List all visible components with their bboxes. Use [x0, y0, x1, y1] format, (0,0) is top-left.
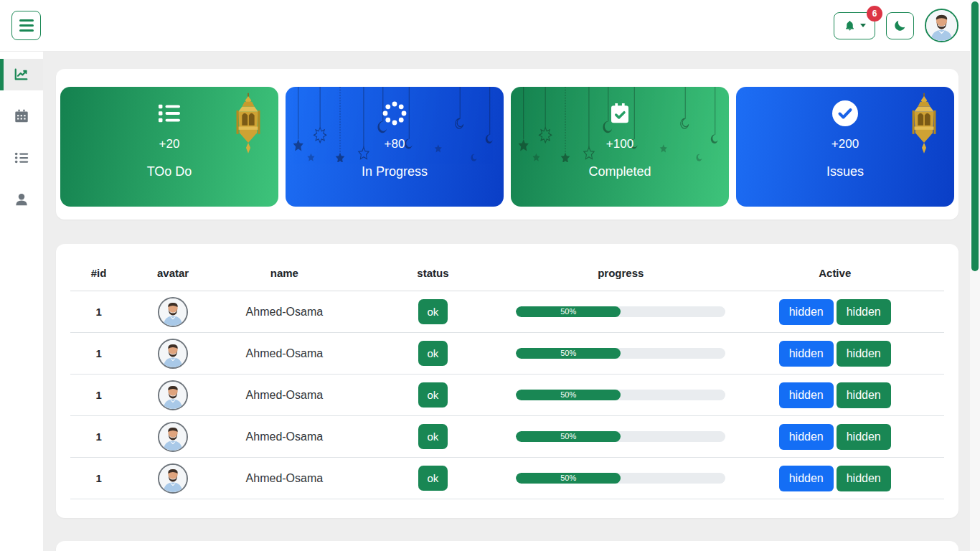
table-header-row: #id avatar name status progress Active: [70, 257, 944, 291]
cell-actions: hidden hidden: [725, 291, 944, 333]
table-row: 1 Ahmed-Osama ok 50% hidden hidden: [70, 416, 944, 458]
row-avatar: [158, 463, 188, 494]
moon-icon: [893, 19, 907, 32]
bell-icon: [844, 19, 856, 32]
navbar: 6: [0, 0, 980, 52]
sidebar-item-analytics[interactable]: [0, 59, 43, 90]
stat-card-todo[interactable]: +20 TOo Do: [60, 87, 278, 207]
main-content: +20 TOo Do: [43, 52, 980, 551]
cell-avatar: [127, 333, 219, 375]
cell-id: 1: [70, 291, 127, 333]
sidebar-item-tasks[interactable]: [0, 142, 43, 174]
row-avatar: [158, 380, 188, 410]
hidden-action-button-2[interactable]: hidden: [837, 424, 891, 450]
stat-card-in-progress[interactable]: +80 In Progress: [286, 87, 504, 207]
hidden-action-button-1[interactable]: hidden: [779, 466, 834, 491]
stat-value: +80: [286, 137, 504, 151]
notifications-button[interactable]: 6: [834, 12, 875, 39]
progress-label: 50%: [560, 433, 576, 441]
hidden-action-button-1[interactable]: hidden: [779, 382, 834, 408]
hidden-action-button-2[interactable]: hidden: [837, 466, 891, 491]
menu-icon: [19, 19, 34, 22]
cell-progress: 50%: [516, 458, 725, 499]
stat-value: +200: [736, 137, 954, 151]
dark-mode-button[interactable]: [886, 12, 914, 39]
progress-bar: 50%: [516, 473, 725, 484]
calendar-icon: [14, 108, 29, 124]
cell-status: ok: [350, 375, 516, 416]
cell-id: 1: [70, 333, 127, 375]
table-body: 1 Ahmed-Osama ok 50% hidden hidden 1 Ah: [70, 291, 944, 499]
tasks-table: #id avatar name status progress Active 1…: [70, 257, 944, 499]
table-row: 1 Ahmed-Osama ok 50% hidden hidden: [70, 333, 944, 375]
hidden-action-button-2[interactable]: hidden: [837, 341, 891, 367]
progress-bar: 50%: [516, 348, 725, 359]
progress-fill: 50%: [516, 431, 621, 442]
cell-name: Ahmed-Osama: [219, 333, 350, 375]
progress-fill: 50%: [516, 390, 621, 400]
progress-bar: 50%: [516, 306, 725, 317]
vertical-scrollbar-thumb[interactable]: [971, 1, 979, 271]
cell-status: ok: [350, 458, 516, 499]
hidden-action-button-1[interactable]: hidden: [779, 341, 834, 367]
stat-card-completed[interactable]: +100 Completed: [511, 87, 729, 207]
row-avatar: [158, 297, 188, 327]
stat-card-issues[interactable]: +200 Issues: [736, 87, 954, 207]
cell-avatar: [127, 375, 219, 416]
hidden-action-button-1[interactable]: hidden: [779, 299, 834, 325]
table-row: 1 Ahmed-Osama ok 50% hidden hidden: [70, 458, 944, 499]
progress-bar: 50%: [516, 431, 725, 442]
cell-name: Ahmed-Osama: [219, 416, 350, 458]
stat-label: TOo Do: [60, 164, 278, 179]
column-header-id: #id: [70, 257, 127, 291]
check-circle-icon: [831, 99, 859, 128]
cell-id: 1: [70, 375, 127, 416]
menu-toggle-button[interactable]: [11, 11, 41, 40]
progress-label: 50%: [560, 308, 576, 316]
cell-actions: hidden hidden: [725, 458, 944, 499]
cell-name: Ahmed-Osama: [219, 375, 350, 416]
stat-label: Issues: [736, 164, 954, 179]
stat-value: +20: [60, 137, 278, 151]
row-avatar: [158, 339, 188, 369]
cell-avatar: [127, 416, 219, 458]
column-header-active: Active: [725, 257, 944, 291]
row-avatar: [158, 422, 188, 452]
progress-label: 50%: [560, 391, 576, 399]
column-header-avatar: avatar: [127, 257, 219, 291]
progress-label: 50%: [560, 349, 576, 357]
cell-progress: 50%: [516, 375, 725, 416]
cell-id: 1: [70, 458, 127, 499]
column-header-status: status: [350, 257, 516, 291]
stat-value: +100: [511, 137, 729, 151]
sidebar-item-profile[interactable]: [0, 184, 43, 215]
cell-progress: 50%: [516, 291, 725, 333]
table-row: 1 Ahmed-Osama ok 50% hidden hidden: [70, 375, 944, 416]
cell-progress: 50%: [516, 333, 725, 375]
navbar-right-group: 6: [834, 9, 958, 42]
tasks-table-panel: #id avatar name status progress Active 1…: [56, 244, 958, 518]
cell-name: Ahmed-Osama: [219, 291, 350, 333]
notification-count-badge: 6: [867, 6, 882, 22]
column-header-name: name: [219, 257, 350, 291]
status-badge[interactable]: ok: [418, 466, 448, 491]
status-badge[interactable]: ok: [418, 341, 448, 366]
vertical-scrollbar-track[interactable]: [970, 0, 980, 551]
list-icon: [14, 150, 29, 166]
stat-label: In Progress: [286, 164, 504, 179]
chart-line-icon: [14, 67, 29, 83]
hidden-action-button-2[interactable]: hidden: [837, 299, 891, 325]
hidden-action-button-1[interactable]: hidden: [779, 424, 834, 450]
status-badge[interactable]: ok: [418, 382, 448, 408]
sidebar-item-calendar[interactable]: [0, 100, 43, 132]
progress-fill: 50%: [516, 306, 621, 317]
hidden-action-button-2[interactable]: hidden: [837, 382, 891, 408]
stat-label: Completed: [511, 164, 729, 179]
status-badge[interactable]: ok: [418, 299, 448, 324]
progress-label: 50%: [560, 474, 576, 482]
table-row: 1 Ahmed-Osama ok 50% hidden hidden: [70, 291, 944, 333]
bottom-panel: [56, 541, 958, 551]
status-badge[interactable]: ok: [418, 424, 448, 449]
user-icon: [14, 192, 29, 207]
user-avatar[interactable]: [925, 9, 958, 42]
